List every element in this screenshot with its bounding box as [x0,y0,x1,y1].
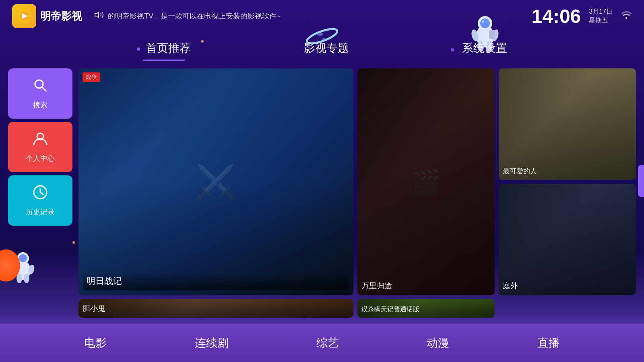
personal-center-button[interactable]: 个人中心 [8,122,72,172]
search-icon [32,77,48,97]
scroll-indicator [638,165,644,197]
nav-series[interactable]: 连续剧 [183,331,241,355]
nav-topics[interactable]: 影视专题 [296,37,357,59]
nav-movie[interactable]: 电影 [72,331,119,355]
history-button[interactable]: 历史记录 [8,175,72,226]
content-area: 搜索 个人中心 历史记录 [0,64,644,322]
media-card-wanliguitou[interactable]: 🎬 万里归途 [357,68,495,295]
media-card-wusha[interactable]: 误杀瞒天记普通话版 [357,299,495,318]
card-title-6: 误杀瞒天记普通话版 [361,305,491,314]
bottom-nav: 电影 连续剧 综艺 动漫 直播 [0,324,644,362]
volume-icon [94,10,104,22]
media-card-danxiaogui[interactable]: 胆小鬼 [78,299,353,318]
main-nav: 首页推荐 影视专题 系统设置 [0,32,644,64]
wifi-icon [621,9,632,23]
user-icon [32,131,48,150]
weekday-display: 星期五 [589,16,613,25]
clock-icon [32,184,48,204]
media-card-zuikeaidernen[interactable]: 最可爱的人 [499,68,636,180]
nav-settings[interactable]: 系统设置 [454,37,515,59]
date-display: 3月17日 [589,7,613,16]
svg-marker-3 [95,12,99,18]
card-title-3: 最可爱的人 [503,167,632,176]
app-name: 明帝影视 [40,9,82,23]
nav-live[interactable]: 直播 [525,331,572,355]
time-area: 14:06 3月17日 星期五 [532,5,632,27]
media-card-mingrizhanji[interactable]: ⚔️ 战争 明日战记 [78,68,353,295]
nav-dot-home [137,47,140,51]
date-area: 3月17日 星期五 [589,7,613,25]
nav-home[interactable]: 首页推荐 [129,37,199,59]
marquee-area: 的明帝影视TV，是一款可以在电视上安装的影视软件~ [94,10,532,22]
logo-icon [12,4,36,28]
card-title-1: 明日战记 [83,272,349,290]
logo-area: 明帝影视 [12,4,82,28]
marquee-text: 的明帝影视TV，是一款可以在电视上安装的影视软件~ [108,11,281,21]
svg-point-24 [35,80,43,88]
svg-line-25 [42,87,46,91]
card-title-5: 胆小鬼 [83,303,349,314]
search-button[interactable]: 搜索 [8,68,72,119]
card-title-4: 万里归途 [361,281,491,291]
header: 明帝影视 的明帝影视TV，是一款可以在电视上安装的影视软件~ 14:06 3月1… [0,0,644,32]
nav-anime[interactable]: 动漫 [415,331,461,355]
media-card-tingwai[interactable]: 庭外 [499,184,636,295]
nav-variety[interactable]: 综艺 [304,331,351,355]
card-badge: 战争 [83,72,100,82]
card-title-4a: 庭外 [503,281,632,291]
clock-display: 14:06 [532,5,581,27]
sidebar: 搜索 个人中心 历史记录 [8,68,72,318]
